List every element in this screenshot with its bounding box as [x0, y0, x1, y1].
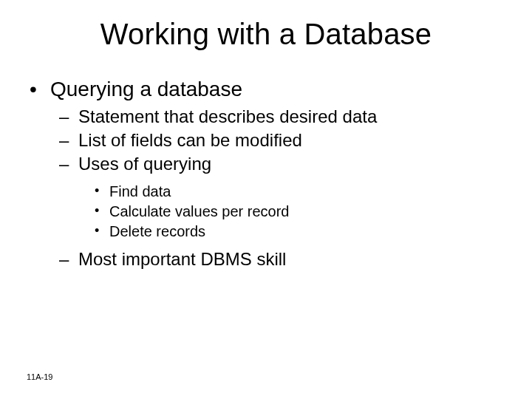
bullet-l2: Uses of querying: [27, 153, 505, 175]
bullet-l3: Calculate values per record: [27, 202, 505, 221]
bullet-l3: Delete records: [27, 222, 505, 241]
bullet-l1: Querying a database: [27, 78, 505, 101]
slide: Working with a Database Querying a datab…: [0, 0, 532, 399]
bullet-list: Querying a database Statement that descr…: [27, 78, 505, 270]
slide-title: Working with a Database: [27, 18, 505, 51]
slide-number: 11A-19: [27, 372, 52, 381]
bullet-l3: Find data: [27, 183, 505, 201]
bullet-l2: Most important DBMS skill: [27, 248, 505, 270]
bullet-l2: Statement that describes desired data: [27, 106, 505, 128]
bullet-l2: List of fields can be modified: [27, 129, 505, 151]
